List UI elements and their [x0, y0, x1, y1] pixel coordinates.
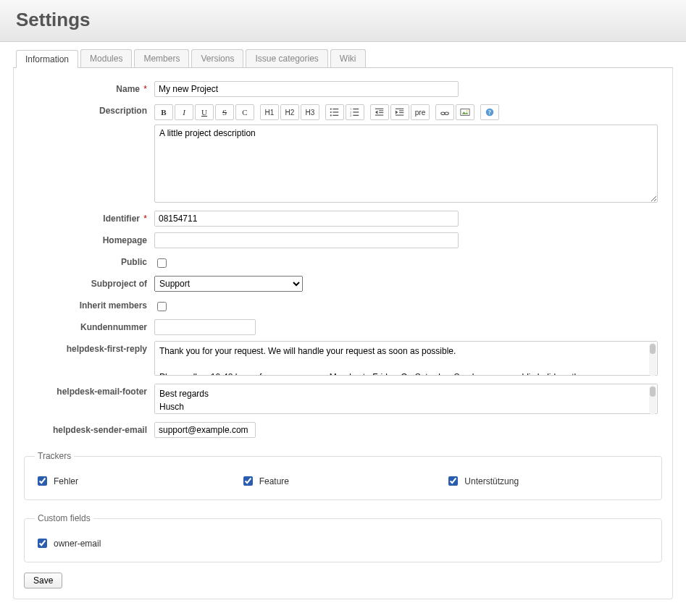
- svg-rect-17: [396, 109, 403, 109]
- label-kundennummer: Kundennummer: [24, 319, 154, 332]
- toolbar-italic[interactable]: I: [175, 104, 193, 120]
- toolbar-image[interactable]: [456, 104, 474, 120]
- svg-point-0: [330, 109, 332, 110]
- tabs-bar: Information Modules Members Versions Iss…: [13, 49, 673, 68]
- scrollbar-email-footer[interactable]: [649, 385, 656, 415]
- input-name[interactable]: [154, 81, 459, 97]
- toolbar-strike[interactable]: S: [215, 104, 234, 120]
- input-homepage[interactable]: [154, 232, 459, 248]
- required-mark: *: [141, 84, 147, 94]
- row-identifier: Identifier *: [24, 211, 662, 227]
- tab-members-label: Members: [135, 50, 188, 67]
- label-sender-email: helpdesk-sender-email: [24, 422, 154, 435]
- toolbar-h1[interactable]: H1: [260, 104, 279, 120]
- label-tracker-fehler[interactable]: Fehler: [54, 476, 78, 486]
- svg-rect-20: [399, 112, 403, 113]
- label-description: Description: [24, 103, 154, 116]
- svg-point-23: [445, 112, 448, 115]
- content-area: Information Modules Members Versions Iss…: [0, 42, 686, 612]
- tab-information-label: Information: [17, 51, 78, 68]
- svg-rect-21: [396, 115, 403, 116]
- label-inherit: Inherit members: [24, 298, 154, 311]
- row-name: Name *: [24, 81, 662, 97]
- row-subproject: Subproject of Support: [24, 276, 662, 292]
- row-inherit: Inherit members: [24, 298, 662, 313]
- label-homepage: Homepage: [24, 232, 154, 245]
- svg-point-26: [467, 110, 468, 111]
- toolbar-help[interactable]: ?: [480, 104, 499, 120]
- checkbox-tracker-fehler[interactable]: [38, 476, 47, 486]
- tab-wiki[interactable]: Wiki: [330, 49, 366, 67]
- toolbar-link[interactable]: [435, 104, 454, 120]
- toolbar-ol[interactable]: 123: [346, 104, 364, 120]
- row-description: Description B I U S C H1 H2 H3: [24, 103, 662, 205]
- svg-rect-5: [332, 115, 338, 116]
- toolbar-ul[interactable]: [325, 104, 344, 120]
- label-public: Public: [24, 254, 154, 267]
- label-email-footer: helpdesk-email-footer: [24, 384, 154, 397]
- label-tracker-unterstuetzung[interactable]: Unterstützung: [464, 476, 519, 486]
- editor-toolbar: B I U S C H1 H2 H3 123: [154, 103, 658, 125]
- textarea-first-reply[interactable]: Thank you for your request. We will hand…: [154, 341, 658, 376]
- input-identifier[interactable]: [154, 211, 459, 227]
- toolbar-h2[interactable]: H2: [280, 104, 299, 120]
- toolbar-h3[interactable]: H3: [301, 104, 319, 120]
- scrollbar-first-reply[interactable]: [649, 342, 656, 376]
- select-subproject[interactable]: Support: [154, 276, 303, 292]
- label-tracker-feature[interactable]: Feature: [259, 476, 289, 486]
- save-button[interactable]: Save: [24, 573, 62, 588]
- svg-rect-3: [332, 111, 338, 112]
- checkbox-cf-owner-email[interactable]: [38, 539, 47, 548]
- svg-marker-14: [375, 110, 378, 114]
- tab-issue-categories[interactable]: Issue categories: [246, 49, 327, 67]
- row-first-reply: helpdesk-first-reply Thank you for your …: [24, 341, 662, 378]
- svg-rect-15: [379, 112, 383, 113]
- toolbar-code[interactable]: C: [235, 104, 254, 120]
- toolbar-indent[interactable]: [390, 104, 409, 120]
- textarea-email-footer[interactable]: Best regards Husch: [154, 384, 658, 414]
- save-row: Save: [24, 573, 662, 588]
- input-sender-email[interactable]: [154, 422, 256, 438]
- label-cf-owner-email[interactable]: owner-email: [54, 539, 101, 549]
- svg-point-22: [441, 112, 445, 115]
- textarea-description[interactable]: A little project description: [154, 125, 658, 203]
- toolbar-pre[interactable]: pre: [411, 104, 430, 120]
- tab-wiki-label: Wiki: [331, 50, 365, 67]
- required-mark: *: [141, 214, 147, 224]
- fieldset-trackers: Trackers Fehler Feature Unterstützung: [24, 451, 662, 500]
- tab-members[interactable]: Members: [134, 49, 189, 67]
- wysiwyg-wrap: B I U S C H1 H2 H3 123: [154, 103, 658, 205]
- row-email-footer: helpdesk-email-footer Best regards Husch: [24, 384, 662, 416]
- svg-rect-13: [379, 110, 383, 111]
- svg-point-2: [330, 111, 332, 113]
- svg-rect-11: [353, 115, 359, 116]
- svg-rect-16: [375, 115, 383, 116]
- page-title: Settings: [16, 9, 670, 31]
- row-kundennummer: Kundennummer: [24, 319, 662, 335]
- svg-rect-24: [461, 109, 469, 116]
- svg-text:?: ?: [488, 109, 491, 116]
- row-public: Public: [24, 254, 662, 270]
- checkbox-tracker-feature[interactable]: [243, 476, 253, 486]
- svg-rect-1: [332, 109, 338, 109]
- tab-content: Name * Description B I U S C H1 H2: [13, 68, 673, 599]
- tab-modules-label: Modules: [81, 50, 131, 67]
- label-first-reply: helpdesk-first-reply: [24, 341, 154, 354]
- tab-information[interactable]: Information: [16, 50, 78, 68]
- svg-marker-19: [396, 110, 398, 114]
- toolbar-outdent[interactable]: [370, 104, 389, 120]
- checkbox-tracker-unterstuetzung[interactable]: [448, 476, 458, 486]
- tab-modules[interactable]: Modules: [80, 49, 132, 67]
- toolbar-underline[interactable]: U: [195, 104, 214, 120]
- toolbar-bold[interactable]: B: [154, 104, 173, 120]
- label-name: Name *: [24, 81, 154, 94]
- label-subproject: Subproject of: [24, 276, 154, 289]
- row-homepage: Homepage: [24, 232, 662, 248]
- svg-marker-25: [462, 111, 469, 114]
- checkbox-public[interactable]: [157, 258, 167, 268]
- input-kundennummer[interactable]: [154, 319, 256, 335]
- svg-rect-12: [375, 109, 383, 109]
- checkbox-inherit[interactable]: [157, 302, 167, 311]
- row-sender-email: helpdesk-sender-email: [24, 422, 662, 438]
- tab-versions[interactable]: Versions: [191, 49, 243, 67]
